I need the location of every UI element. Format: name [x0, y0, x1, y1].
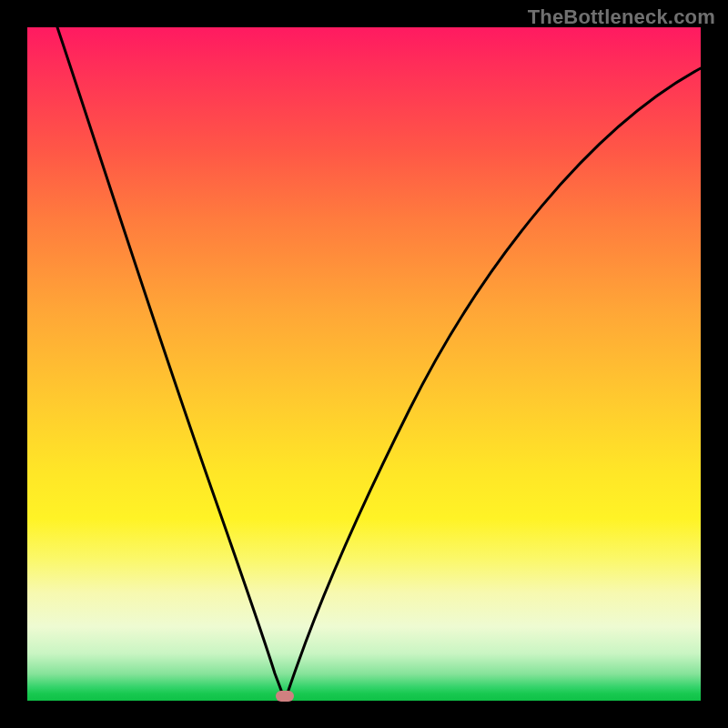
chart-frame: TheBottleneck.com — [0, 0, 728, 728]
optimum-marker — [276, 691, 294, 702]
curve-left-branch — [57, 27, 285, 701]
watermark-text: TheBottleneck.com — [528, 5, 715, 29]
curve-right-branch — [285, 68, 701, 701]
bottleneck-curve — [27, 27, 701, 701]
plot-area — [27, 27, 701, 701]
